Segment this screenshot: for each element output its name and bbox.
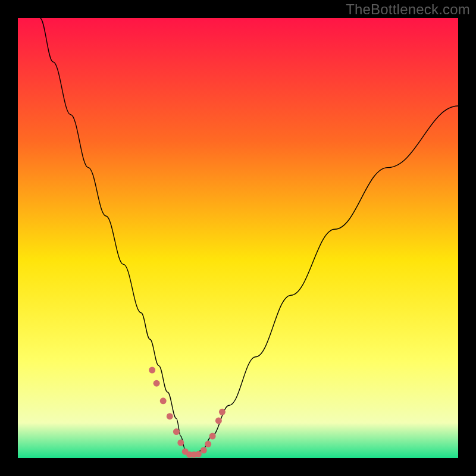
sweet-spot-dot (219, 409, 226, 415)
sweet-spot-dot (201, 447, 207, 453)
chart-stage: TheBottleneck.com (0, 0, 476, 476)
sweet-spot-dot (209, 433, 216, 440)
sweet-spot-dot (154, 380, 160, 387)
bottleneck-chart (0, 0, 476, 476)
sweet-spot-dot (215, 418, 222, 424)
gradient-background (18, 18, 458, 458)
sweet-spot-dot (177, 440, 184, 446)
watermark-text: TheBottleneck.com (346, 1, 470, 18)
sweet-spot-dot (167, 413, 173, 419)
sweet-spot-dot (195, 451, 202, 458)
sweet-spot-dot (205, 441, 211, 447)
sweet-spot-dot (160, 397, 167, 404)
sweet-spot-dot (173, 428, 180, 435)
sweet-spot-dot (149, 367, 155, 374)
